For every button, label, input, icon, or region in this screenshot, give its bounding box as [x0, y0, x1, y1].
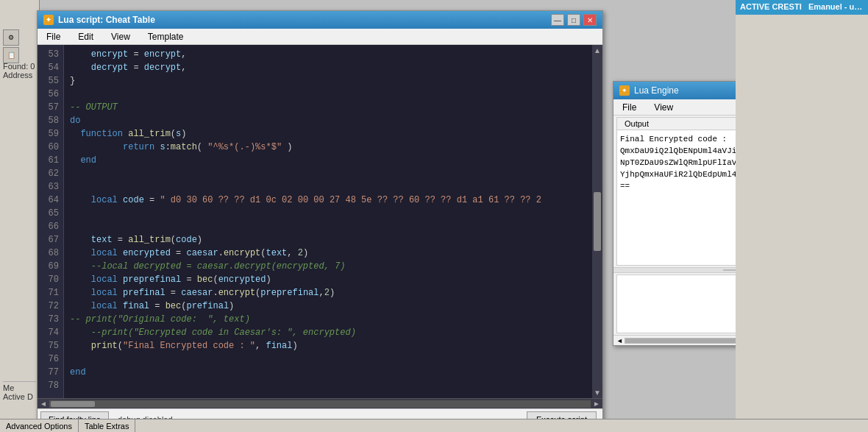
lua-script-window: ✦ Lua script: Cheat Table — □ ✕ File Edi… [37, 10, 603, 430]
table-extras-label: Table Extras [85, 422, 129, 431]
engine-icon: ✦ [619, 85, 630, 96]
toolbar-btn-2[interactable]: 📋 [3, 47, 19, 63]
active-label: Active D [3, 392, 36, 401]
line-numbers: 53 54 55 56 57 58 59 60 61 62 63 64 65 6… [38, 45, 64, 398]
engine-title-text: Lua Engine [634, 85, 679, 96]
lua-icon: ✦ [43, 15, 54, 25]
left-panel: Found: 0 Address ⚙ 📋 Me Active D [0, 0, 40, 432]
scroll-down-arrow[interactable]: ▼ [594, 389, 601, 397]
right-panel: ACTIVE CRESTI Emanuel - un blog cr » Alt… [736, 0, 868, 432]
h-scrollbar-track[interactable] [49, 400, 591, 408]
lua-script-title-bar: ✦ Lua script: Cheat Table — □ ✕ [38, 11, 602, 29]
advanced-options-label: Advanced Options [6, 422, 72, 431]
address-label: Address [3, 71, 36, 79]
vertical-scrollbar[interactable]: ▲ ▼ [592, 45, 602, 398]
right-panel-header: ACTIVE CRESTI Emanuel - un blog cr » Alt… [736, 0, 868, 15]
toolbar-btn-1[interactable]: ⚙ [3, 29, 19, 46]
horizontal-scrollbar-container: ◄ ► [38, 398, 602, 408]
title-bar-left: ✦ Lua script: Cheat Table [43, 15, 155, 25]
menu-bar: File Edit View Template [38, 29, 602, 45]
code-editor[interactable]: 53 54 55 56 57 58 59 60 61 62 63 64 65 6… [38, 45, 602, 398]
menu-edit[interactable]: Edit [72, 30, 99, 43]
scroll-thumb[interactable] [594, 192, 601, 251]
menu-file[interactable]: File [40, 30, 66, 43]
menu-view[interactable]: View [105, 30, 136, 43]
main-status-bar: Advanced Options Table Extras [0, 419, 868, 432]
engine-menu-view[interactable]: View [648, 101, 679, 114]
status-advanced[interactable]: Advanced Options [0, 419, 79, 432]
engine-menu-file[interactable]: File [616, 101, 642, 114]
h-scrollbar-thumb[interactable] [51, 401, 95, 407]
code-content[interactable]: encrypt = encrypt, decrypt = decrypt, } … [64, 45, 592, 398]
maximize-button[interactable]: □ [567, 14, 580, 26]
engine-scroll-left[interactable]: ◄ [615, 337, 625, 344]
scroll-up-arrow[interactable]: ▲ [594, 46, 601, 54]
scroll-left-arrow[interactable]: ◄ [38, 400, 49, 408]
menu-template[interactable]: Template [142, 30, 190, 43]
me-label: Me [3, 381, 36, 392]
close-button[interactable]: ✕ [583, 14, 597, 26]
engine-title-left: ✦ Lua Engine [619, 85, 679, 96]
status-table-extras[interactable]: Table Extras [79, 419, 136, 432]
lua-script-title: Lua script: Cheat Table [58, 15, 155, 25]
scroll-right-arrow[interactable]: ► [591, 400, 602, 408]
title-bar-buttons: — □ ✕ [551, 14, 597, 26]
minimize-button[interactable]: — [551, 14, 564, 26]
